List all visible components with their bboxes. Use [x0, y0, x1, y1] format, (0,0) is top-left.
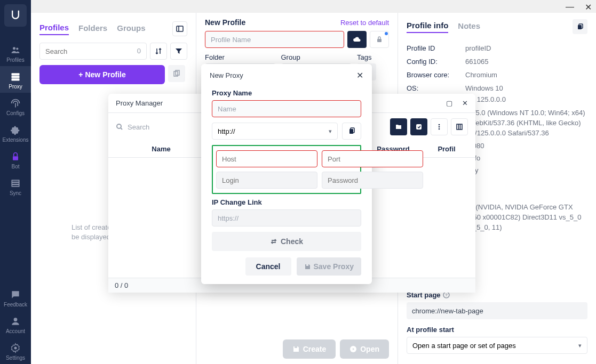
fingerprint-icon: [10, 98, 21, 109]
open-btn[interactable]: Open: [340, 339, 389, 359]
columns-action-btn[interactable]: [451, 118, 468, 135]
ip-change-label: IP Change Link: [212, 198, 361, 206]
cloud-btn[interactable]: [347, 31, 367, 48]
search-placeholder[interactable]: Search: [128, 123, 149, 131]
at-start-label: At profile start: [407, 326, 587, 334]
menu-action-btn[interactable]: [431, 118, 448, 135]
sidebar-label: Settings: [6, 355, 25, 361]
sidebar-label: Account: [6, 328, 25, 334]
svg-rect-19: [578, 25, 582, 29]
duplicate-btn[interactable]: [168, 65, 185, 82]
protocol-select[interactable]: http:// ▾: [212, 123, 338, 140]
lock-icon: [10, 151, 21, 162]
svg-rect-3: [12, 76, 20, 78]
new-proxy-title: New Proxy: [210, 71, 243, 79]
sidebar-item-feedback[interactable]: Feedback: [0, 284, 31, 311]
sidebar-item-profiles[interactable]: Profiles: [0, 39, 31, 66]
filter-icon: [175, 47, 182, 55]
login-input[interactable]: [216, 172, 317, 189]
svg-text:?: ?: [445, 293, 448, 297]
paste-btn[interactable]: [342, 123, 361, 140]
info-value: Windows 10: [465, 84, 587, 92]
chat-icon: [10, 289, 21, 300]
profile-name-input[interactable]: [205, 31, 344, 48]
sidebar-item-configs[interactable]: Configs: [0, 93, 31, 119]
search-input[interactable]: [45, 43, 122, 59]
sidebar-item-bot[interactable]: Bot: [0, 146, 31, 173]
svg-rect-5: [13, 156, 18, 160]
lock-icon: [376, 36, 383, 43]
minimize-btn[interactable]: —: [566, 2, 574, 12]
panel-toggle-btn[interactable]: [172, 21, 187, 36]
sort-btn[interactable]: [150, 43, 167, 60]
at-start-value: Open a start page or set of pages: [412, 342, 516, 350]
new-profile-btn[interactable]: + New Profile: [39, 65, 165, 84]
sidebar-item-proxy[interactable]: Proxy: [0, 66, 31, 93]
close-btn[interactable]: ✕: [462, 99, 468, 107]
tags-label: Tags: [357, 53, 389, 61]
filter-btn[interactable]: [170, 43, 187, 60]
save-proxy-btn[interactable]: Save Proxy: [297, 257, 362, 276]
cancel-btn[interactable]: Cancel: [245, 257, 291, 276]
puzzle-icon: [10, 125, 21, 135]
folder-action-btn[interactable]: [390, 118, 407, 135]
save-icon: [292, 345, 300, 353]
proxy-manager-title: Proxy Manager: [116, 99, 163, 107]
app-logo: [4, 4, 27, 27]
svg-rect-24: [416, 124, 422, 130]
sidebar: Profiles Proxy Configs Extensions Bot Sy…: [0, 0, 31, 364]
close-btn[interactable]: ✕: [585, 2, 592, 12]
search-input-wrap: 0: [39, 43, 147, 60]
sidebar-label: Sync: [10, 190, 21, 196]
svg-rect-17: [295, 346, 297, 348]
maximize-btn[interactable]: ▢: [446, 99, 452, 107]
new-proxy-dialog: New Proxy ✕ Proxy Name http:// ▾ IP Chan: [201, 64, 372, 284]
chevron-down-icon: ▾: [329, 128, 332, 135]
local-btn[interactable]: [370, 31, 389, 48]
svg-rect-33: [306, 264, 308, 266]
sort-icon: [155, 47, 162, 55]
check-btn[interactable]: Check: [212, 232, 361, 251]
check-action-btn[interactable]: [410, 118, 427, 135]
host-input[interactable]: [216, 150, 317, 167]
close-btn[interactable]: ✕: [356, 70, 363, 80]
ip-change-input[interactable]: [212, 209, 361, 227]
create-btn[interactable]: Create: [283, 339, 336, 359]
sidebar-item-settings[interactable]: Settings: [0, 337, 31, 364]
password-input[interactable]: [322, 172, 423, 189]
reset-link[interactable]: Reset to default: [340, 19, 389, 27]
sidebar-item-account[interactable]: Account: [0, 311, 31, 337]
tab-notes[interactable]: Notes: [458, 21, 480, 33]
proxy-name-input[interactable]: [212, 100, 361, 117]
copy-icon: [576, 23, 584, 30]
folder-label: Folder: [205, 53, 276, 61]
tab-profiles[interactable]: Profiles: [39, 23, 69, 35]
check-icon: [415, 123, 423, 131]
sidebar-item-sync[interactable]: Sync: [0, 173, 31, 199]
check-label: Check: [281, 237, 303, 246]
tab-groups[interactable]: Groups: [117, 23, 145, 35]
search-icon: [116, 123, 123, 131]
sidebar-item-extensions[interactable]: Extensions: [0, 119, 31, 146]
server-icon: [10, 71, 21, 82]
tab-folders[interactable]: Folders: [78, 23, 107, 35]
port-input[interactable]: [322, 150, 423, 167]
status-dot: [385, 32, 388, 35]
gear-icon: [10, 343, 21, 353]
folder-icon: [395, 123, 402, 131]
start-page-input[interactable]: [407, 302, 587, 319]
plus-icon: +: [78, 70, 83, 79]
at-start-select[interactable]: Open a start page or set of pages ▾: [407, 337, 587, 354]
chevron-down-icon: ▾: [578, 342, 582, 349]
svg-rect-6: [12, 180, 19, 182]
info-label: Browser core:: [407, 71, 465, 79]
save-icon: [304, 263, 311, 270]
new-profile-title: New Profile: [205, 18, 245, 27]
sidebar-label: Profiles: [6, 57, 24, 63]
user-icon: [10, 316, 21, 327]
cloud-icon: [353, 35, 361, 44]
copy-info-btn[interactable]: [573, 19, 587, 34]
info-label: OS:: [407, 84, 465, 92]
dots-vertical-icon: [435, 123, 443, 131]
tab-profile-info[interactable]: Profile info: [407, 21, 448, 33]
